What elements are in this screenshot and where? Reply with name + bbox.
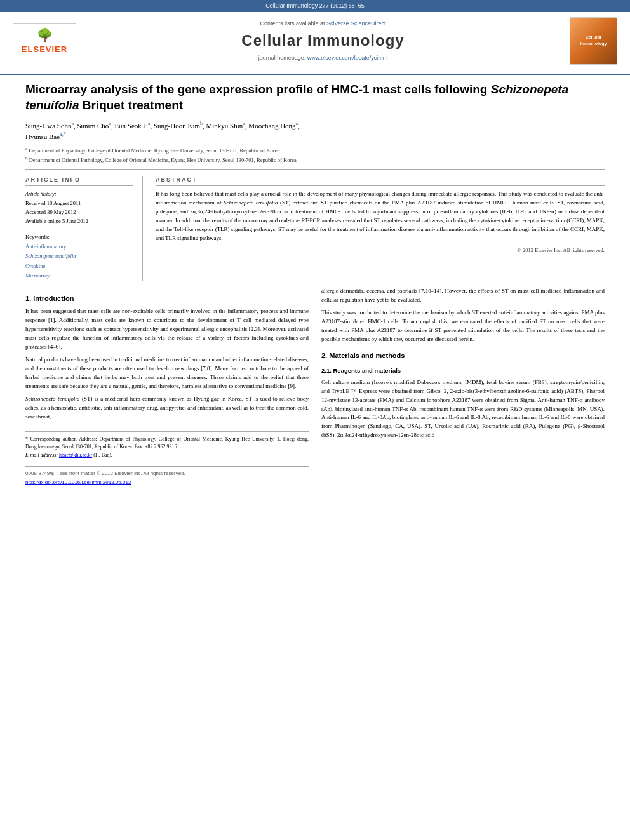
elsevier-brand-text: ELSEVIER: [22, 44, 67, 55]
affiliation-b: Department of Oriental Pathology, Colleg…: [29, 157, 297, 163]
keyword-2: Schizonepeta tenuifolia: [25, 251, 133, 261]
methods-para-1: Cell culture medium (Iscove's modified D…: [321, 378, 605, 441]
keywords-label: Keywords:: [25, 232, 133, 242]
body-left-column: 1. Introduction It has been suggested th…: [25, 287, 309, 486]
intro-para-4: allergic dermatitis, eczema, and psorias…: [321, 287, 605, 305]
footnote-section: * Corresponding author. Address: Departm…: [25, 431, 309, 460]
elsevier-logo: 🌳 ELSEVIER: [13, 23, 76, 58]
available-date: Available online 5 June 2012: [25, 217, 133, 225]
intro-para-2: Natural products have long been used in …: [25, 356, 309, 391]
section1-heading: 1. Introduction: [25, 293, 309, 304]
abstract-text: It has long been believed that mast cell…: [156, 190, 605, 243]
accepted-date: Accepted 30 May 2012: [25, 208, 133, 217]
footnote-corresponding: * Corresponding author. Address: Departm…: [25, 436, 309, 452]
section2-heading: 2. Materials and methods: [321, 350, 605, 361]
header-top-row: 🌳 ELSEVIER Contents lists available at S…: [13, 17, 617, 65]
homepage-label: journal homepage:: [258, 55, 307, 61]
keyword-4: Microarray: [25, 271, 133, 281]
sciverse-label: Contents lists available at: [260, 20, 326, 27]
affiliations: a Department of Physiology, College of O…: [25, 145, 605, 170]
homepage-url[interactable]: www.elsevier.com/locate/ycimm: [307, 55, 388, 61]
journal-title: Cellular Immunology: [89, 30, 557, 51]
paper-content: Microarray analysis of the gene expressi…: [0, 75, 630, 500]
received-date: Received 18 August 2011: [25, 199, 133, 208]
footer-issn: 0008-8749/$ – see front matter © 2012 El…: [25, 470, 185, 477]
article-history: Article history: Received 18 August 2011…: [25, 190, 133, 226]
keywords-section: Keywords: Anti-inflammatory Schizonepeta…: [25, 232, 133, 281]
sciverse-link-row: Contents lists available at SciVerse Sci…: [89, 20, 557, 28]
body-right-column: allergic dermatitis, eczema, and psorias…: [321, 287, 605, 486]
thumb-text: CellularImmunology: [580, 34, 607, 47]
abstract-column: Abstract It has long been believed that …: [156, 176, 605, 281]
journal-citation: Cellular Immunology 277 (2012) 58–65: [265, 3, 365, 9]
body-content: 1. Introduction It has been suggested th…: [25, 287, 605, 486]
abstract-label: Abstract: [156, 176, 605, 186]
elsevier-tree-icon: 🌳: [37, 26, 53, 44]
article-info-column: Article info Article history: Received 1…: [25, 176, 143, 281]
journal-citation-bar: Cellular Immunology 277 (2012) 58–65: [0, 0, 630, 12]
footer-doi[interactable]: http://dx.doi.org/10.1016/j.cellimm.2012…: [25, 479, 131, 485]
footer-bar: 0008-8749/$ – see front matter © 2012 El…: [25, 466, 309, 477]
intro-para-5: This study was conducted to determine th…: [321, 309, 605, 344]
sciverse-link[interactable]: SciVerse ScienceDirect: [326, 20, 386, 27]
homepage-row: journal homepage: www.elsevier.com/locat…: [89, 54, 557, 62]
st-italic-1: Schizonepeta tenuifolia: [25, 396, 79, 402]
title-italic: Schizonepeta tenuifolia: [25, 83, 568, 112]
article-info-label: Article info: [25, 176, 133, 186]
paper-title: Microarray analysis of the gene expressi…: [25, 81, 605, 114]
footnote-email: E-mail address: hbae@khu.ac.kr (H. Bae).: [25, 451, 309, 460]
section2-sub1: 2.1. Reagents and materials: [321, 366, 605, 376]
affiliation-a: Department of Physiology, College of Ori…: [29, 147, 279, 154]
copyright-line: © 2012 Elsevier Inc. All rights reserved…: [156, 247, 605, 255]
keyword-1: Anti-inflammatory: [25, 242, 133, 251]
intro-para-1: It has been suggested that mast cells ar…: [25, 307, 309, 352]
authors-line: Sung-Hwa Sohna, Sunim Choa, Eun Seok Jia…: [25, 120, 605, 142]
info-abstract-section: Article info Article history: Received 1…: [25, 176, 605, 281]
intro-para-3: Schizonepeta tenuifolia (ST) is a medici…: [25, 395, 309, 422]
keyword-3: Cytokine: [25, 262, 133, 271]
journal-center-info: Contents lists available at SciVerse Sci…: [76, 20, 570, 62]
history-label: Article history:: [25, 190, 133, 199]
journal-thumbnail: CellularImmunology: [570, 17, 617, 65]
journal-header: 🌳 ELSEVIER Contents lists available at S…: [0, 12, 630, 75]
email-link[interactable]: hbae@khu.ac.kr: [59, 452, 92, 458]
